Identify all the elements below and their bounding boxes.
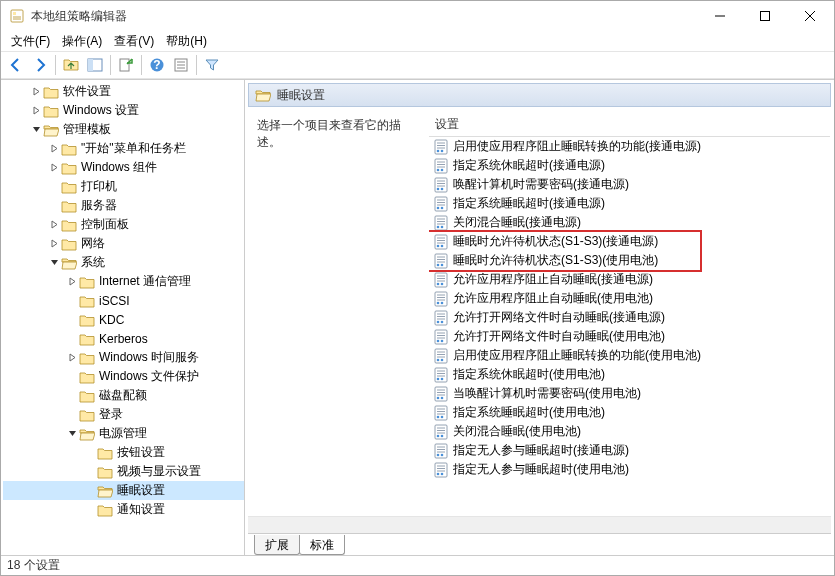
help-button[interactable]: ? [146,54,168,76]
svg-rect-15 [88,59,93,71]
setting-row[interactable]: 当唤醒计算机时需要密码(使用电池) [429,384,830,403]
setting-row[interactable]: 允许打开网络文件时自动睡眠(接通电源) [429,308,830,327]
setting-row[interactable]: 启用使应用程序阻止睡眠转换的功能(接通电源) [429,137,830,156]
setting-row[interactable]: 唤醒计算机时需要密码(接通电源) [429,175,830,194]
tab-extended[interactable]: 扩展 [254,535,300,555]
settings-list[interactable]: 设置 启用使应用程序阻止睡眠转换的功能(接通电源)指定系统休眠超时(接通电源)唤… [429,113,830,516]
policy-icon [433,443,449,459]
maximize-button[interactable] [742,2,787,31]
tree-item-servers[interactable]: 服务器 [3,196,244,215]
tree-label: 打印机 [81,178,117,195]
up-button[interactable] [60,54,82,76]
tree-item-disk-quota[interactable]: 磁盘配额 [3,386,244,405]
setting-label: 允许应用程序阻止自动睡眠(接通电源) [453,271,653,288]
setting-row[interactable]: 允许应用程序阻止自动睡眠(使用电池) [429,289,830,308]
right-pane: 睡眠设置 选择一个项目来查看它的描述。 设置 启用使应用程序阻止睡眠转换的功能(… [245,80,834,555]
tree-label: 网络 [81,235,105,252]
expand-icon[interactable] [47,142,61,156]
minimize-button[interactable] [697,2,742,31]
setting-row[interactable]: 睡眠时允许待机状态(S1-S3)(使用电池) [429,251,830,270]
setting-row[interactable]: 指定系统休眠超时(使用电池) [429,365,830,384]
expand-icon[interactable] [65,275,79,289]
menu-action[interactable]: 操作(A) [56,31,108,52]
policy-icon [433,215,449,231]
expand-icon[interactable] [29,85,43,99]
tree-label: Windows 组件 [81,159,157,176]
tree-label: 管理模板 [63,121,111,138]
tree-item-start-taskbar[interactable]: "开始"菜单和任务栏 [3,139,244,158]
tree-item-button-settings[interactable]: 按钮设置 [3,443,244,462]
setting-row[interactable]: 睡眠时允许待机状态(S1-S3)(接通电源) [429,232,830,251]
tabs-row: 扩展 标准 [248,533,831,555]
export-button[interactable] [115,54,137,76]
tree-item-control-panel[interactable]: 控制面板 [3,215,244,234]
expand-icon[interactable] [29,104,43,118]
tree-label: Windows 文件保护 [99,368,199,385]
expand-icon[interactable] [47,218,61,232]
back-button[interactable] [5,54,27,76]
separator [55,55,56,75]
tree-label: 服务器 [81,197,117,214]
tree-item-kerberos[interactable]: Kerberos [3,329,244,348]
setting-row[interactable]: 启用使应用程序阻止睡眠转换的功能(使用电池) [429,346,830,365]
tree-item-windows-file-protect[interactable]: Windows 文件保护 [3,367,244,386]
tree-label: 磁盘配额 [99,387,147,404]
setting-row[interactable]: 关闭混合睡眠(接通电源) [429,213,830,232]
setting-row[interactable]: 指定系统休眠超时(接通电源) [429,156,830,175]
folder-icon [255,88,271,102]
tree-item-software-settings[interactable]: 软件设置 [3,82,244,101]
collapse-icon[interactable] [47,256,61,270]
svg-text:?: ? [153,58,160,72]
setting-row[interactable]: 指定无人参与睡眠超时(使用电池) [429,460,830,479]
expand-icon[interactable] [65,351,79,365]
horizontal-scrollbar[interactable] [248,516,831,533]
policy-icon [433,367,449,383]
tree-item-system[interactable]: 系统 [3,253,244,272]
setting-row[interactable]: 关闭混合睡眠(使用电池) [429,422,830,441]
tree-item-windows-settings[interactable]: Windows 设置 [3,101,244,120]
setting-row[interactable]: 指定系统睡眠超时(接通电源) [429,194,830,213]
forward-button[interactable] [29,54,51,76]
filter-button[interactable] [201,54,223,76]
setting-row[interactable]: 指定无人参与睡眠超时(接通电源) [429,441,830,460]
tree-item-admin-templates[interactable]: 管理模板 [3,120,244,139]
menu-view[interactable]: 查看(V) [108,31,160,52]
tree-item-network[interactable]: 网络 [3,234,244,253]
tree-item-sleep-settings[interactable]: 睡眠设置 [3,481,244,500]
column-header-setting[interactable]: 设置 [429,113,830,137]
tree-item-windows-components[interactable]: Windows 组件 [3,158,244,177]
tree-item-kdc[interactable]: KDC [3,310,244,329]
tab-standard[interactable]: 标准 [299,535,345,555]
menu-file[interactable]: 文件(F) [5,31,56,52]
folder-icon [79,408,95,422]
menu-help[interactable]: 帮助(H) [160,31,213,52]
status-text: 18 个设置 [7,557,60,574]
tree-item-windows-time[interactable]: Windows 时间服务 [3,348,244,367]
tree-item-internet-comm[interactable]: Internet 通信管理 [3,272,244,291]
right-header-text: 睡眠设置 [277,87,325,104]
setting-row[interactable]: 允许应用程序阻止自动睡眠(接通电源) [429,270,830,289]
tree-item-video-display[interactable]: 视频与显示设置 [3,462,244,481]
close-button[interactable] [787,2,832,31]
tree-item-printers[interactable]: 打印机 [3,177,244,196]
collapse-icon[interactable] [65,427,79,441]
folder-icon [61,142,77,156]
separator [110,55,111,75]
expand-icon[interactable] [47,161,61,175]
setting-row[interactable]: 允许打开网络文件时自动睡眠(使用电池) [429,327,830,346]
tree-label: Windows 时间服务 [99,349,199,366]
expand-icon[interactable] [47,237,61,251]
setting-row[interactable]: 指定系统睡眠超时(使用电池) [429,403,830,422]
tree-item-notify-settings[interactable]: 通知设置 [3,500,244,519]
show-hide-tree-button[interactable] [84,54,106,76]
tree-label: 登录 [99,406,123,423]
tree-pane[interactable]: 软件设置Windows 设置管理模板"开始"菜单和任务栏Windows 组件打印… [1,80,245,555]
tree-item-iscsi[interactable]: iSCSI [3,291,244,310]
properties-button[interactable] [170,54,192,76]
collapse-icon[interactable] [29,123,43,137]
folder-icon [61,218,77,232]
folder-icon [43,123,59,137]
tree-item-power-mgmt[interactable]: 电源管理 [3,424,244,443]
tree-item-logon[interactable]: 登录 [3,405,244,424]
setting-label: 指定无人参与睡眠超时(接通电源) [453,442,629,459]
